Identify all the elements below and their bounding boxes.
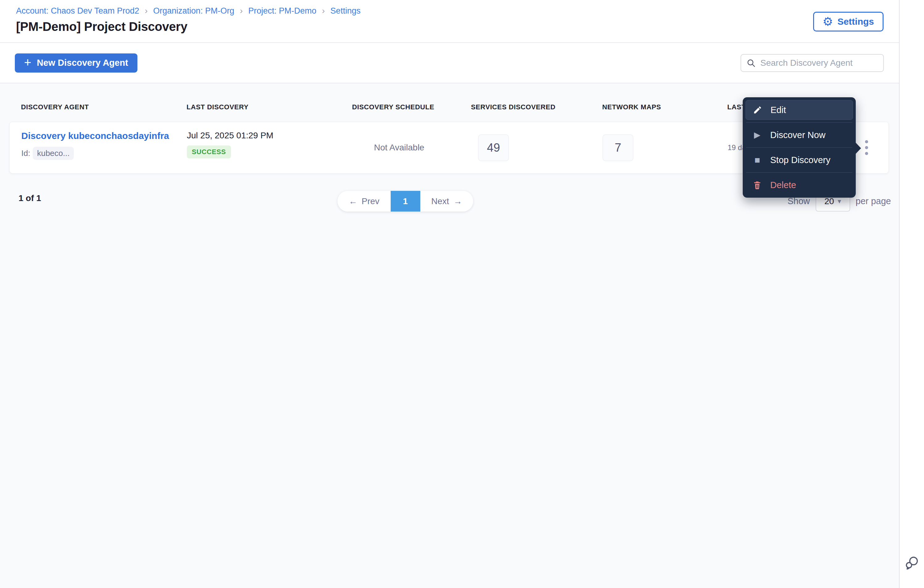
menu-item-stop-discovery-label: Stop Discovery [770, 155, 830, 165]
breadcrumb-organization-link[interactable]: Organization: PM-Org [153, 5, 234, 16]
kebab-dot [865, 146, 868, 149]
agent-id: Id: kubeco... [21, 147, 187, 160]
status-badge: SUCCESS [187, 145, 231, 159]
breadcrumb-account-link[interactable]: Account: Chaos Dev Team Prod2 [16, 5, 139, 16]
chevron-down-icon: ▾ [838, 197, 841, 205]
breadcrumb-separator-icon: › [145, 5, 148, 16]
column-header-discovery-agent: DISCOVERY AGENT [21, 103, 186, 111]
pager: ← Prev 1 Next → [338, 191, 473, 211]
row-context-menu: Edit ▶ Discover Now ■ Stop Discovery Del… [743, 97, 856, 198]
kebab-dot [865, 140, 868, 143]
menu-item-delete[interactable]: Delete [746, 175, 853, 195]
toolbar: + New Discovery Agent [0, 43, 899, 83]
breadcrumb-project-link[interactable]: Project: PM-Demo [248, 5, 317, 16]
gear-icon: ⚙ [823, 16, 833, 28]
per-page-label: per page [856, 196, 891, 206]
discovery-schedule-cell: Not Available [352, 143, 471, 152]
column-header-last-discovery: LAST DISCOVERY [186, 103, 352, 111]
row-menu-button[interactable] [859, 137, 874, 159]
next-page-button[interactable]: Next → [420, 191, 474, 211]
chat-help-button[interactable] [904, 555, 920, 572]
plus-icon: + [24, 56, 31, 69]
page: Account: Chaos Dev Team Prod2 › Organiza… [0, 0, 924, 588]
next-label: Next [431, 197, 449, 206]
breadcrumb-separator-icon: › [240, 5, 243, 16]
prev-label: Prev [361, 197, 380, 206]
menu-item-delete-label: Delete [770, 180, 796, 190]
arrow-right-icon: → [453, 197, 462, 206]
page-summary: 1 of 1 [18, 193, 41, 203]
settings-button-label: Settings [838, 17, 874, 27]
last-discovery-date: Jul 25, 2025 01:29 PM [187, 130, 352, 140]
menu-divider [746, 147, 852, 148]
menu-item-edit-label: Edit [771, 105, 786, 115]
main-area: Account: Chaos Dev Team Prod2 › Organiza… [0, 0, 899, 588]
right-panel [900, 0, 924, 588]
column-header-services-discovered: SERVICES DISCOVERED [471, 103, 602, 111]
breadcrumb: Account: Chaos Dev Team Prod2 › Organiza… [16, 5, 884, 16]
arrow-left-icon: ← [349, 197, 357, 206]
column-header-discovery-schedule: DISCOVERY SCHEDULE [352, 103, 471, 111]
network-maps-count: 7 [602, 134, 634, 161]
stop-icon: ■ [752, 155, 763, 165]
play-icon: ▶ [752, 130, 763, 140]
menu-item-discover-now-label: Discover Now [770, 130, 825, 140]
last-discovery-cell: Jul 25, 2025 01:29 PM SUCCESS [187, 130, 352, 159]
kebab-dot [865, 152, 868, 155]
page-header: Account: Chaos Dev Team Prod2 › Organiza… [0, 0, 899, 43]
network-maps-cell: 7 [602, 134, 728, 161]
chat-icon [904, 555, 920, 571]
menu-arrow [855, 142, 861, 154]
services-discovered-count: 49 [478, 134, 509, 161]
menu-item-stop-discovery[interactable]: ■ Stop Discovery [746, 150, 853, 170]
menu-divider [746, 172, 852, 173]
services-discovered-cell: 49 [471, 134, 602, 161]
discovery-schedule-value: Not Available [374, 143, 424, 152]
agent-name-link[interactable]: Discovery kubeconchaosdayinfra [21, 130, 169, 141]
search-input[interactable] [760, 58, 879, 68]
page-title: [PM-Demo] Project Discovery [16, 20, 884, 34]
settings-button[interactable]: ⚙ Settings [813, 12, 884, 31]
menu-item-edit[interactable]: Edit [746, 100, 853, 120]
agent-id-pill: kubeco... [33, 147, 74, 160]
breadcrumb-separator-icon: › [322, 5, 325, 16]
new-discovery-agent-label: New Discovery Agent [37, 58, 128, 68]
new-discovery-agent-button[interactable]: + New Discovery Agent [15, 53, 137, 73]
page-1-button[interactable]: 1 [391, 191, 420, 211]
id-label: Id: [21, 149, 30, 158]
column-header-network-maps: NETWORK MAPS [602, 103, 727, 111]
breadcrumb-settings-link[interactable]: Settings [330, 5, 361, 16]
prev-page-button[interactable]: ← Prev [338, 191, 391, 211]
agent-cell: Discovery kubeconchaosdayinfra Id: kubec… [21, 130, 187, 160]
search-icon [746, 58, 756, 68]
edit-pen-icon [752, 105, 763, 115]
trash-icon [752, 180, 763, 190]
page-size-value: 20 [824, 197, 834, 206]
search-box [741, 54, 884, 72]
menu-item-discover-now[interactable]: ▶ Discover Now [746, 125, 853, 145]
